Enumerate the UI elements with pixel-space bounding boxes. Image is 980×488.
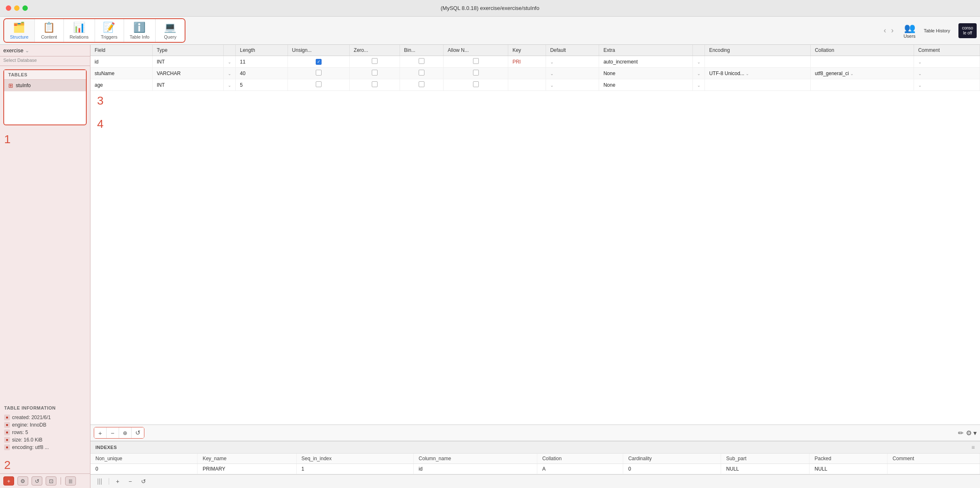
table-cell xyxy=(705,79,811,91)
info-dot-icon: ■ xyxy=(4,429,10,435)
info-dot-icon: ■ xyxy=(4,444,10,450)
tables-section: TABLES ⊞ stuInfo xyxy=(3,69,87,125)
indexes-header-row: Non_unique Key_name Seq_in_index Column_… xyxy=(90,454,980,464)
close-button[interactable] xyxy=(6,5,11,11)
tab-structure[interactable]: 🗂️ Structure xyxy=(4,19,35,42)
structure-label: Structure xyxy=(10,34,29,39)
triggers-label: Triggers xyxy=(101,34,117,39)
select-db-label: Select Database xyxy=(3,58,37,63)
table-cell: PRI xyxy=(508,56,546,68)
table-cell: INT xyxy=(152,56,224,68)
info-encoding: ■ encoding: utf8 ... xyxy=(4,444,86,451)
index-cell: 0 xyxy=(90,464,197,474)
refresh-fields-button[interactable]: ↺ xyxy=(132,427,144,438)
refresh-index-button[interactable]: ↺ xyxy=(139,477,149,486)
table-row[interactable]: idINT⌄11✓PRI ⌄auto_increment⌄ ⌄ xyxy=(90,56,980,68)
maximize-button[interactable] xyxy=(22,5,28,11)
console-button[interactable]: conso le off xyxy=(958,23,977,38)
filter-button[interactable]: ⊡ xyxy=(46,476,56,486)
panels-button[interactable]: ||| xyxy=(65,476,76,486)
label-2: 2 xyxy=(0,455,90,473)
structure-area[interactable]: Field Type Length Unsign... Zero... Bin.… xyxy=(90,45,980,425)
table-row[interactable]: stuNameVARCHAR⌄40 ⌄None⌄UTF-8 Unicod... … xyxy=(90,68,980,79)
table-cell: ⌄ xyxy=(914,56,980,68)
idx-col-packed: Packed xyxy=(809,454,887,464)
table-cell xyxy=(349,68,400,79)
label-4: 4 xyxy=(97,117,104,131)
field-actions-group: + − ⊕ ↺ xyxy=(94,427,144,439)
table-name: stuInfo xyxy=(16,83,31,88)
window-title: (MySQL 8.0.18) exercise/exercise/stuInfo xyxy=(441,5,539,11)
col-length: Length xyxy=(236,45,288,56)
table-cell xyxy=(810,56,914,68)
index-cell: NULL xyxy=(721,464,809,474)
index-cell xyxy=(887,464,980,474)
info-dot-icon: ■ xyxy=(4,415,10,420)
col-default: Default xyxy=(546,45,599,56)
col-extra-arrow xyxy=(693,45,705,56)
info-dot-icon: ■ xyxy=(4,422,10,428)
toolbar-right: ‹ › 👥 Users Table History conso le off xyxy=(882,23,977,39)
table-cell: ⌄ xyxy=(546,68,599,79)
col-type: Type xyxy=(152,45,224,56)
table-cell xyxy=(349,79,400,91)
add-field-button[interactable]: + xyxy=(94,427,107,438)
table-info-section: TABLE INFORMATION ■ created: 2021/6/1 ■ … xyxy=(0,401,90,455)
add-index-button[interactable]: + xyxy=(113,477,122,486)
idx-col-comment: Comment xyxy=(887,454,980,464)
col-binary: Bin... xyxy=(400,45,443,56)
table-cell: ⌄ xyxy=(914,79,980,91)
remove-index-button[interactable]: − xyxy=(126,477,134,486)
minimize-button[interactable] xyxy=(14,5,20,11)
add-table-button[interactable]: + xyxy=(3,476,14,486)
tab-content[interactable]: 📋 Content xyxy=(35,19,64,42)
main-toolbar: 🗂️ Structure 📋 Content 📊 Relations 📝 Tri… xyxy=(0,17,980,45)
content-icon: 📋 xyxy=(43,22,55,33)
table-cell xyxy=(288,79,349,91)
nav-forward[interactable]: › xyxy=(890,26,895,35)
idx-col-key-name: Key_name xyxy=(197,454,296,464)
toolbar-divider xyxy=(109,478,109,485)
gear-button[interactable]: ⚙ xyxy=(17,476,28,486)
table-cell xyxy=(444,68,508,79)
content-area: exercise ⌄ Select Database TABLES ⊞ stuI… xyxy=(0,45,980,488)
db-dropdown-icon[interactable]: ⌄ xyxy=(25,47,29,54)
traffic-lights xyxy=(6,5,28,11)
sidebar-bottom-toolbar: + ⚙ ↺ ⊡ ||| xyxy=(0,473,90,488)
table-cell: VARCHAR xyxy=(152,68,224,79)
table-cell: ⌄ xyxy=(546,79,599,91)
table-cell: 11 xyxy=(236,56,288,68)
table-item-stuinfo[interactable]: ⊞ stuInfo xyxy=(4,80,86,91)
col-allow-null: Allow N... xyxy=(444,45,508,56)
table-cell xyxy=(444,79,508,91)
query-label: Query xyxy=(164,34,176,39)
nav-arrows: ‹ › xyxy=(882,26,895,35)
remove-field-button[interactable]: − xyxy=(107,427,119,438)
refresh-button[interactable]: ↺ xyxy=(32,476,42,486)
tab-triggers[interactable]: 📝 Triggers xyxy=(95,19,124,42)
nav-back[interactable]: ‹ xyxy=(882,26,888,35)
structure-icon: 🗂️ xyxy=(13,22,25,33)
settings-icon[interactable]: ⚙︎ ▾ xyxy=(966,429,977,437)
table-history-button[interactable]: Table History xyxy=(924,28,950,33)
index-row[interactable]: 0PRIMARY1idA0NULLNULL xyxy=(90,464,980,474)
table-cell: 40 xyxy=(236,68,288,79)
edit-icon[interactable]: ✏ xyxy=(958,429,963,437)
toolbar-divider xyxy=(61,477,61,485)
col-type-arrow xyxy=(224,45,236,56)
col-zerofill: Zero... xyxy=(349,45,400,56)
tab-query[interactable]: 💻 Query xyxy=(156,19,185,42)
users-button[interactable]: 👥 Users xyxy=(904,23,916,39)
indexes-menu-icon[interactable]: ≡ xyxy=(971,444,975,451)
label-3: 3 xyxy=(97,94,104,107)
indexes-header: INDEXES ≡ xyxy=(90,442,980,454)
tab-relations[interactable]: 📊 Relations xyxy=(64,19,95,42)
structure-table: Field Type Length Unsign... Zero... Bin.… xyxy=(90,45,980,91)
query-icon: 💻 xyxy=(164,22,176,33)
relations-icon: 📊 xyxy=(73,22,85,33)
table-cell xyxy=(288,68,349,79)
duplicate-field-button[interactable]: ⊕ xyxy=(119,427,132,438)
table-cell: 5 xyxy=(236,79,288,91)
tab-table-info[interactable]: ℹ️ Table Info xyxy=(124,19,156,42)
table-row[interactable]: ageINT⌄5 ⌄None⌄ ⌄ xyxy=(90,79,980,91)
